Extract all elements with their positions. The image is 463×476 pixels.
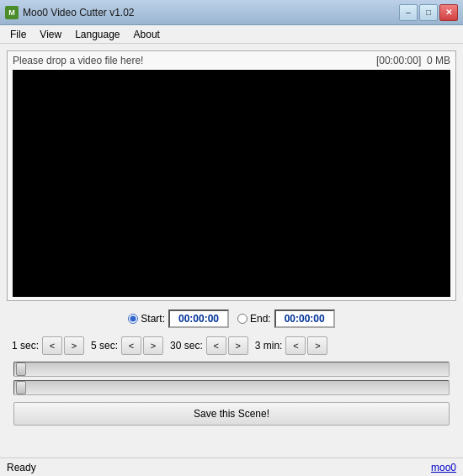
step-controls: 1 sec: < > 5 sec: < > 30 sec: < > 3 min:…	[10, 336, 453, 355]
app-icon: M	[5, 6, 19, 19]
end-radio-label[interactable]: End:	[237, 313, 271, 325]
end-slider-track[interactable]	[13, 380, 450, 395]
video-container: Please drop a video file here! [00:00:00…	[7, 50, 456, 301]
title-bar-left: M Moo0 Video Cutter v1.02	[5, 6, 135, 19]
step-back-1sec[interactable]: <	[42, 336, 62, 355]
start-slider-row	[10, 362, 453, 377]
title-bar-buttons: – □ ✕	[399, 4, 458, 21]
step-label-5sec: 5 sec:	[91, 340, 118, 352]
title-bar: M Moo0 Video Cutter v1.02 – □ ✕	[0, 0, 463, 25]
end-radio[interactable]	[237, 314, 247, 324]
menu-bar: File View Language About	[0, 25, 463, 44]
start-group: Start:	[128, 309, 229, 328]
step-group-30sec: 30 sec: < >	[170, 336, 248, 355]
start-slider-thumb[interactable]	[16, 362, 26, 376]
video-screen[interactable]	[13, 70, 450, 297]
end-slider-row	[10, 380, 453, 395]
step-group-5sec: 5 sec: < >	[91, 336, 163, 355]
controls-section: Start: End: 1 sec: < > 5 sec: < >	[7, 306, 456, 429]
end-group: End:	[237, 309, 335, 328]
time-row: Start: End:	[10, 306, 453, 331]
menu-about[interactable]: About	[127, 26, 167, 43]
drop-text: Please drop a video file here!	[13, 55, 143, 66]
step-back-5sec[interactable]: <	[121, 336, 141, 355]
status-text: Ready	[7, 462, 36, 473]
step-label-1sec: 1 sec:	[12, 340, 39, 352]
status-bar: Ready moo0	[0, 457, 463, 476]
video-info: [00:00:00] 0 MB	[376, 55, 450, 66]
step-label-3min: 3 min:	[255, 340, 283, 352]
menu-file[interactable]: File	[3, 26, 33, 43]
start-radio-label[interactable]: Start:	[128, 313, 165, 325]
video-header: Please drop a video file here! [00:00:00…	[13, 55, 450, 66]
step-fwd-30sec[interactable]: >	[228, 336, 248, 355]
start-time-input[interactable]	[168, 309, 229, 328]
save-row: Save this Scene!	[10, 399, 453, 429]
menu-view[interactable]: View	[33, 26, 68, 43]
moo0-link[interactable]: moo0	[431, 462, 456, 473]
step-label-30sec: 30 sec:	[170, 340, 203, 352]
menu-language[interactable]: Language	[68, 26, 126, 43]
save-button[interactable]: Save this Scene!	[13, 402, 450, 426]
step-group-3min: 3 min: < >	[255, 336, 328, 355]
close-button[interactable]: ✕	[439, 4, 458, 21]
step-fwd-5sec[interactable]: >	[143, 336, 163, 355]
start-slider-track[interactable]	[13, 362, 450, 377]
step-group-1sec: 1 sec: < >	[12, 336, 84, 355]
window-title: Moo0 Video Cutter v1.02	[23, 7, 135, 19]
step-back-30sec[interactable]: <	[206, 336, 226, 355]
minimize-button[interactable]: –	[399, 4, 418, 21]
end-slider-thumb[interactable]	[16, 381, 26, 394]
start-radio[interactable]	[128, 314, 138, 324]
main-content: Please drop a video file here! [00:00:00…	[0, 44, 463, 439]
step-back-3min[interactable]: <	[285, 336, 306, 355]
step-fwd-3min[interactable]: >	[307, 336, 327, 355]
step-fwd-1sec[interactable]: >	[64, 336, 84, 355]
end-time-input[interactable]	[274, 309, 335, 328]
maximize-button[interactable]: □	[419, 4, 438, 21]
